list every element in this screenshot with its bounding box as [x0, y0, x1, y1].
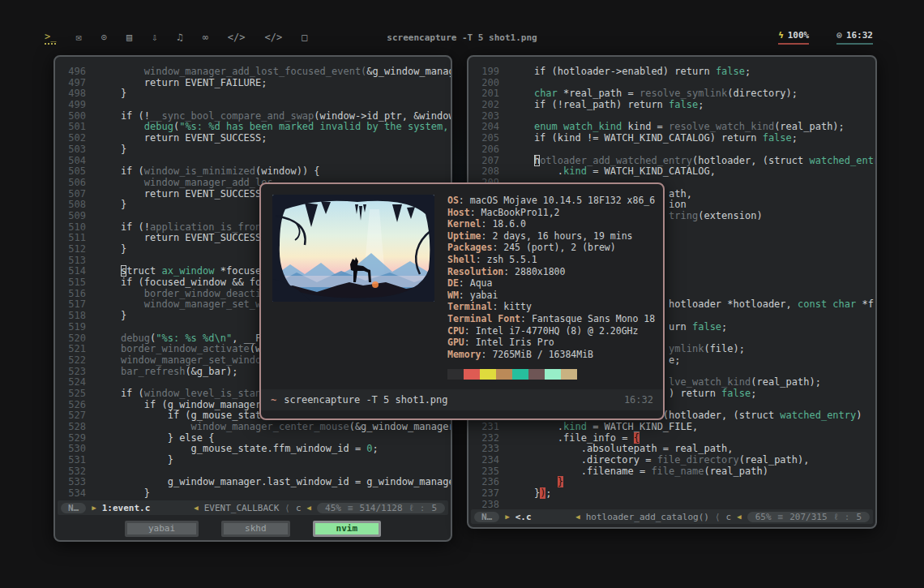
system-info-row: CPU: Intel i7-4770HQ (8) @ 2.20GHz — [447, 325, 655, 337]
line-number: 533 — [62, 477, 86, 488]
system-info-row: DE: Aqua — [447, 277, 655, 290]
code-text: .kind = WATCH_KIND_FILE, — [511, 422, 698, 433]
code-text: }); — [511, 488, 552, 500]
system-info-row: Host: MacBookPro11,2 — [447, 207, 655, 219]
neofetch-output: OS: macOS Mojave 10.14.5 18F132 x86_6Hos… — [272, 195, 655, 360]
code-line: 497 return EVENT_FAILURE; — [62, 78, 451, 89]
line-number: 522 — [62, 355, 86, 367]
info-value: yabai — [470, 290, 498, 301]
line-number: 532 — [62, 466, 86, 478]
info-separator: : — [476, 254, 487, 265]
buffer-name[interactable]: 1:event.c — [102, 503, 151, 513]
line-number: 503 — [62, 144, 86, 156]
code-text: g_window_manager.last_window_id = g_wind… — [97, 477, 451, 488]
line-number: 517 — [62, 299, 86, 311]
code-text — [511, 111, 516, 122]
line-number: 506 — [62, 178, 86, 189]
palette-swatch — [561, 369, 577, 380]
position-indicator: 65% ≡ 207/315 ℓ : 5 — [747, 512, 870, 522]
line-number: 207 — [475, 156, 499, 167]
info-separator: : — [459, 195, 470, 206]
info-label: OS — [447, 195, 459, 206]
info-separator: : — [481, 349, 493, 360]
shell-prompt-line[interactable]: ~ screencapture -T 5 shot1.png 16:32 — [261, 389, 663, 410]
code-text — [97, 156, 103, 167]
code-line: 505 if (window_is_minimized(window)) { — [62, 166, 451, 178]
code-text: if (focused_window && focu — [97, 277, 273, 289]
info-separator: : — [481, 218, 493, 230]
lines-icon: ≡ — [348, 503, 353, 513]
cwd-indicator: ~ — [271, 394, 276, 406]
info-value: Intel i7-4770HQ (8) @ 2.20GHz — [476, 325, 639, 337]
palette-swatch — [545, 369, 561, 380]
context-symbol: EVENT_CALLBACK — [204, 503, 280, 513]
code-text: bar_refresh(&g_bar); — [97, 367, 237, 378]
service-pill-label: skhd — [224, 523, 288, 534]
battery-percent: 100% — [788, 30, 810, 41]
code-text — [97, 211, 103, 222]
code-text: if (window_level_is_standa — [97, 388, 273, 400]
code-line: 503 } — [62, 144, 451, 156]
system-info-row: Uptime: 2 days, 16 hours, 19 mins — [447, 230, 655, 242]
service-pill-nvim[interactable]: nvim — [313, 521, 382, 537]
info-label: Terminal — [447, 301, 492, 312]
system-info-row: Terminal: kitty — [447, 301, 655, 313]
line-number: 514 — [62, 266, 86, 277]
buffer-name[interactable]: <.c — [515, 512, 532, 522]
battery-indicator: ϟ 100% — [778, 30, 809, 45]
vim-mode-indicator: N… — [61, 503, 86, 513]
code-line: 499 — [62, 100, 451, 111]
code-text: g_mouse_state.ffm_window_id = 0; — [97, 444, 379, 455]
info-label: Kernel — [447, 218, 481, 230]
code-text: if (window_is_minimized(window)) { — [97, 166, 320, 178]
column-icon: ℓ : — [834, 512, 850, 522]
terminal-color-palette — [447, 369, 577, 380]
info-label: GPU — [447, 337, 464, 348]
chevron-left-icon: ◀ — [575, 513, 580, 521]
line-number: 508 — [62, 200, 86, 211]
service-pill-skhd[interactable]: skhd — [221, 521, 290, 537]
code-line: 500 if (!__sync_bool_compare_and_swap(wi… — [62, 111, 451, 122]
service-pill-yabai[interactable]: yabai — [125, 521, 199, 537]
info-value: 7265MiB / 16384MiB — [492, 349, 593, 360]
line-number: 525 — [62, 388, 86, 400]
code-line: 504 — [62, 156, 451, 167]
floating-terminal-window[interactable]: OS: macOS Mojave 10.14.5 18F132 x86_6Hos… — [259, 182, 665, 420]
palette-swatch — [528, 369, 545, 380]
line-number: 208 — [475, 166, 499, 178]
code-text: return EVENT_SUCCESS; — [97, 189, 267, 200]
info-value: zsh 5.5.1 — [486, 254, 537, 265]
palette-swatch — [496, 369, 512, 380]
code-text: if (g_window_manager.f — [97, 400, 273, 411]
line-number: 497 — [62, 78, 86, 89]
info-label: Terminal Font — [447, 313, 520, 324]
line-number: 499 — [62, 100, 86, 111]
code-text — [97, 255, 103, 267]
clock-icon: ⊙ — [836, 30, 842, 41]
code-text: .kind = WATCH_KIND_CATALOG, — [511, 166, 716, 178]
filetype-label: c — [296, 503, 302, 513]
code-line: 498 } — [62, 88, 451, 100]
line-number: 500 — [62, 111, 86, 122]
scroll-percent: 65% — [755, 512, 772, 522]
code-line: 199 if (hotloader->enabled) return false… — [475, 67, 875, 78]
desktop: >_✉⊙▤⇩♫∞</></>□ screencapture -T 5 shot1… — [0, 0, 924, 588]
info-value: 245 (port), 2 (brew) — [503, 242, 615, 253]
chevron-right-icon: ▶ — [505, 513, 509, 521]
code-line: 202 if (!real_path) return false; — [475, 100, 875, 111]
line-number: 200 — [475, 78, 499, 89]
right-statusline: N… ▶ <.c ◀ hotloader_add_catalog() ⟨ c ◀… — [471, 509, 873, 524]
code-text — [97, 322, 103, 333]
code-text: } — [97, 200, 126, 211]
line-number: 529 — [62, 433, 86, 444]
code-line: 534 } — [62, 488, 451, 500]
line-number: 201 — [475, 88, 499, 100]
code-text: border_window_activate(wind — [97, 344, 279, 355]
system-info-row: Terminal Font: Fantasque Sans Mono 18 — [447, 313, 655, 325]
code-text — [511, 78, 516, 89]
info-separator: : — [464, 325, 476, 337]
line-number: 526 — [62, 400, 86, 411]
cave-wolf-scene — [272, 195, 434, 302]
code-text: window_manager_add_lost_focused_event(&g… — [97, 67, 451, 78]
focused-window-title: screencapture -T 5 shot1.png — [45, 32, 879, 43]
